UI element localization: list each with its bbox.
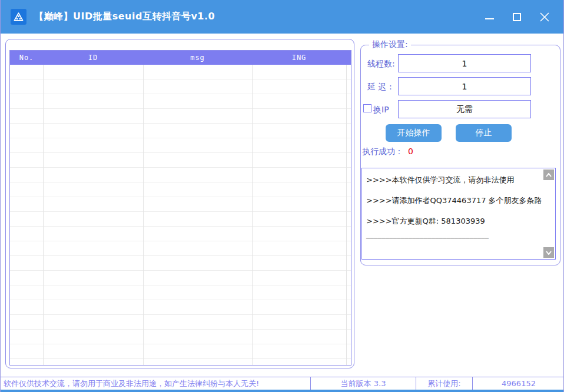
scroll-up-button[interactable] [543,170,554,180]
change-ip-label: 换IP [373,104,389,115]
delay-input[interactable] [398,77,531,95]
maximize-icon [513,13,521,21]
chevron-down-icon [546,251,552,255]
column-divider [143,65,144,366]
column-divider [346,65,347,366]
scroll-down-button[interactable] [543,247,554,258]
status-version: 当前版本 3.3 [311,377,416,390]
chevron-up-icon [546,173,552,177]
listview-body-empty[interactable] [10,65,351,366]
minimize-button[interactable] [483,11,495,23]
titlebar[interactable]: 【巅峰】UID批量seuid互转抖音号v1.0 [1,0,563,34]
result-list-panel: No. ID msg ING [5,39,354,368]
thread-count-input[interactable] [398,54,531,72]
minimize-icon [485,18,494,19]
delay-label: 延 迟 : [367,81,392,92]
change-ip-checkbox[interactable] [363,104,371,112]
maximize-button[interactable] [511,11,523,23]
close-icon [539,12,550,22]
app-window: 【巅峰】UID批量seuid互转抖音号v1.0 No. ID msg I [0,0,564,392]
log-textbox[interactable]: >>>>本软件仅供学习交流，请勿非法使用 >>>>请添加作者QQ37446371… [361,168,556,260]
column-header-ing[interactable]: ING [252,51,346,65]
column-divider [252,65,253,366]
window-title: 【巅峰】UID批量seuid互转抖音号v1.0 [34,11,215,23]
success-label: 执行成功： [362,147,403,156]
close-button[interactable] [539,11,550,23]
statusbar: 软件仅供技术交流，请勿用于商业及非法用途，如产生法律纠纷与本人无关! 当前版本 … [1,377,564,390]
log-scrollbar[interactable] [543,169,555,258]
column-header-id[interactable]: ID [43,51,143,65]
column-header-msg[interactable]: msg [143,51,252,65]
column-header-filler [346,51,351,65]
aardio-logo-icon [11,9,26,25]
window-bottom-border [1,390,564,392]
result-listview[interactable]: No. ID msg ING [9,50,351,366]
log-line: >>>>请添加作者QQ374463717 多个朋友多条路 [366,190,540,211]
stop-button[interactable]: 停止 [456,124,512,142]
status-disclaimer: 软件仅供技术交流，请勿用于商业及非法用途，如产生法律纠纷与本人无关! [1,377,311,390]
column-divider [43,65,44,366]
thread-count-label: 线程数: [367,58,395,69]
listview-header: No. ID msg ING [10,51,351,65]
column-header-no[interactable]: No. [10,51,43,65]
success-count: 0 [408,147,413,156]
settings-groupbox: 操作设置: 线程数: 延 迟 : 换IP 开始操作 停止 执行成功：0 >>>>… [360,45,560,265]
change-ip-input[interactable] [398,100,531,118]
groupbox-legend: 操作设置: [369,39,411,50]
log-line: >>>>本软件仅供学习交流，请勿非法使用 [366,170,540,190]
log-line: >>>>官方更新Q群: 581303939 [366,211,540,231]
status-usage-count: 4966152 [473,377,564,390]
log-line-underline: ________________________________ [366,231,540,237]
status-usage-label: 累计使用: [416,377,473,390]
start-operation-button[interactable]: 开始操作 [386,124,442,142]
